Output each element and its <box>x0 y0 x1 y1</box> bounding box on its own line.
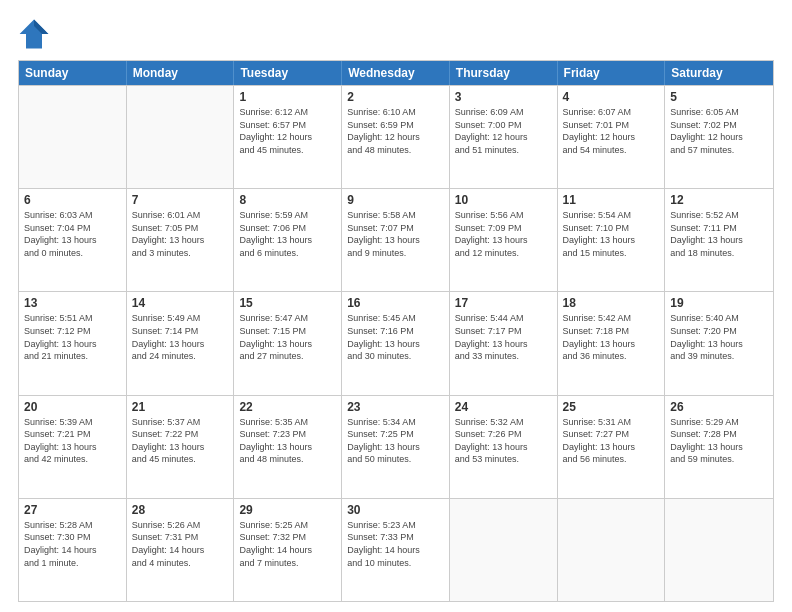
calendar-cell: 22Sunrise: 5:35 AM Sunset: 7:23 PM Dayli… <box>234 396 342 498</box>
calendar-row: 27Sunrise: 5:28 AM Sunset: 7:30 PM Dayli… <box>19 498 773 601</box>
day-detail: Sunrise: 5:29 AM Sunset: 7:28 PM Dayligh… <box>670 416 768 466</box>
day-number: 23 <box>347 400 444 414</box>
calendar-cell: 21Sunrise: 5:37 AM Sunset: 7:22 PM Dayli… <box>127 396 235 498</box>
day-number: 27 <box>24 503 121 517</box>
calendar-cell: 26Sunrise: 5:29 AM Sunset: 7:28 PM Dayli… <box>665 396 773 498</box>
calendar-cell: 4Sunrise: 6:07 AM Sunset: 7:01 PM Daylig… <box>558 86 666 188</box>
day-detail: Sunrise: 5:47 AM Sunset: 7:15 PM Dayligh… <box>239 312 336 362</box>
day-detail: Sunrise: 5:37 AM Sunset: 7:22 PM Dayligh… <box>132 416 229 466</box>
day-detail: Sunrise: 6:09 AM Sunset: 7:00 PM Dayligh… <box>455 106 552 156</box>
day-number: 29 <box>239 503 336 517</box>
calendar-cell <box>19 86 127 188</box>
day-number: 21 <box>132 400 229 414</box>
day-detail: Sunrise: 5:45 AM Sunset: 7:16 PM Dayligh… <box>347 312 444 362</box>
day-detail: Sunrise: 5:40 AM Sunset: 7:20 PM Dayligh… <box>670 312 768 362</box>
day-detail: Sunrise: 5:58 AM Sunset: 7:07 PM Dayligh… <box>347 209 444 259</box>
calendar-header-cell: Tuesday <box>234 61 342 85</box>
calendar-cell: 8Sunrise: 5:59 AM Sunset: 7:06 PM Daylig… <box>234 189 342 291</box>
calendar-cell: 29Sunrise: 5:25 AM Sunset: 7:32 PM Dayli… <box>234 499 342 601</box>
calendar-row: 13Sunrise: 5:51 AM Sunset: 7:12 PM Dayli… <box>19 291 773 394</box>
day-detail: Sunrise: 5:28 AM Sunset: 7:30 PM Dayligh… <box>24 519 121 569</box>
calendar-cell: 10Sunrise: 5:56 AM Sunset: 7:09 PM Dayli… <box>450 189 558 291</box>
day-detail: Sunrise: 5:56 AM Sunset: 7:09 PM Dayligh… <box>455 209 552 259</box>
day-number: 24 <box>455 400 552 414</box>
day-number: 17 <box>455 296 552 310</box>
calendar-header-cell: Wednesday <box>342 61 450 85</box>
day-number: 12 <box>670 193 768 207</box>
day-number: 16 <box>347 296 444 310</box>
calendar-cell: 18Sunrise: 5:42 AM Sunset: 7:18 PM Dayli… <box>558 292 666 394</box>
calendar-cell <box>558 499 666 601</box>
day-detail: Sunrise: 5:34 AM Sunset: 7:25 PM Dayligh… <box>347 416 444 466</box>
day-number: 10 <box>455 193 552 207</box>
calendar-cell <box>665 499 773 601</box>
calendar-cell: 20Sunrise: 5:39 AM Sunset: 7:21 PM Dayli… <box>19 396 127 498</box>
day-detail: Sunrise: 6:12 AM Sunset: 6:57 PM Dayligh… <box>239 106 336 156</box>
day-detail: Sunrise: 5:23 AM Sunset: 7:33 PM Dayligh… <box>347 519 444 569</box>
day-detail: Sunrise: 5:52 AM Sunset: 7:11 PM Dayligh… <box>670 209 768 259</box>
day-detail: Sunrise: 5:25 AM Sunset: 7:32 PM Dayligh… <box>239 519 336 569</box>
calendar-cell <box>127 86 235 188</box>
calendar-cell: 19Sunrise: 5:40 AM Sunset: 7:20 PM Dayli… <box>665 292 773 394</box>
calendar: SundayMondayTuesdayWednesdayThursdayFrid… <box>18 60 774 602</box>
day-detail: Sunrise: 5:59 AM Sunset: 7:06 PM Dayligh… <box>239 209 336 259</box>
calendar-cell: 3Sunrise: 6:09 AM Sunset: 7:00 PM Daylig… <box>450 86 558 188</box>
calendar-cell: 7Sunrise: 6:01 AM Sunset: 7:05 PM Daylig… <box>127 189 235 291</box>
day-detail: Sunrise: 5:42 AM Sunset: 7:18 PM Dayligh… <box>563 312 660 362</box>
logo-icon <box>18 18 50 50</box>
day-number: 6 <box>24 193 121 207</box>
page: SundayMondayTuesdayWednesdayThursdayFrid… <box>0 0 792 612</box>
calendar-cell: 6Sunrise: 6:03 AM Sunset: 7:04 PM Daylig… <box>19 189 127 291</box>
day-number: 19 <box>670 296 768 310</box>
calendar-header-cell: Saturday <box>665 61 773 85</box>
day-detail: Sunrise: 6:03 AM Sunset: 7:04 PM Dayligh… <box>24 209 121 259</box>
header <box>18 18 774 50</box>
day-detail: Sunrise: 5:49 AM Sunset: 7:14 PM Dayligh… <box>132 312 229 362</box>
calendar-cell: 17Sunrise: 5:44 AM Sunset: 7:17 PM Dayli… <box>450 292 558 394</box>
calendar-header-cell: Monday <box>127 61 235 85</box>
day-number: 22 <box>239 400 336 414</box>
calendar-cell: 9Sunrise: 5:58 AM Sunset: 7:07 PM Daylig… <box>342 189 450 291</box>
calendar-cell: 13Sunrise: 5:51 AM Sunset: 7:12 PM Dayli… <box>19 292 127 394</box>
calendar-cell: 15Sunrise: 5:47 AM Sunset: 7:15 PM Dayli… <box>234 292 342 394</box>
day-number: 9 <box>347 193 444 207</box>
day-number: 4 <box>563 90 660 104</box>
day-number: 20 <box>24 400 121 414</box>
day-detail: Sunrise: 6:05 AM Sunset: 7:02 PM Dayligh… <box>670 106 768 156</box>
day-number: 26 <box>670 400 768 414</box>
day-detail: Sunrise: 5:51 AM Sunset: 7:12 PM Dayligh… <box>24 312 121 362</box>
calendar-cell <box>450 499 558 601</box>
calendar-cell: 30Sunrise: 5:23 AM Sunset: 7:33 PM Dayli… <box>342 499 450 601</box>
logo <box>18 18 54 50</box>
calendar-cell: 5Sunrise: 6:05 AM Sunset: 7:02 PM Daylig… <box>665 86 773 188</box>
day-number: 13 <box>24 296 121 310</box>
day-number: 18 <box>563 296 660 310</box>
calendar-cell: 11Sunrise: 5:54 AM Sunset: 7:10 PM Dayli… <box>558 189 666 291</box>
day-number: 2 <box>347 90 444 104</box>
day-detail: Sunrise: 6:01 AM Sunset: 7:05 PM Dayligh… <box>132 209 229 259</box>
day-number: 1 <box>239 90 336 104</box>
day-number: 3 <box>455 90 552 104</box>
day-number: 30 <box>347 503 444 517</box>
calendar-cell: 24Sunrise: 5:32 AM Sunset: 7:26 PM Dayli… <box>450 396 558 498</box>
day-detail: Sunrise: 5:54 AM Sunset: 7:10 PM Dayligh… <box>563 209 660 259</box>
day-detail: Sunrise: 5:31 AM Sunset: 7:27 PM Dayligh… <box>563 416 660 466</box>
day-detail: Sunrise: 5:32 AM Sunset: 7:26 PM Dayligh… <box>455 416 552 466</box>
day-detail: Sunrise: 6:07 AM Sunset: 7:01 PM Dayligh… <box>563 106 660 156</box>
calendar-cell: 1Sunrise: 6:12 AM Sunset: 6:57 PM Daylig… <box>234 86 342 188</box>
calendar-body: 1Sunrise: 6:12 AM Sunset: 6:57 PM Daylig… <box>19 85 773 601</box>
day-number: 25 <box>563 400 660 414</box>
calendar-header-cell: Thursday <box>450 61 558 85</box>
calendar-cell: 28Sunrise: 5:26 AM Sunset: 7:31 PM Dayli… <box>127 499 235 601</box>
calendar-cell: 2Sunrise: 6:10 AM Sunset: 6:59 PM Daylig… <box>342 86 450 188</box>
calendar-header-cell: Friday <box>558 61 666 85</box>
calendar-cell: 27Sunrise: 5:28 AM Sunset: 7:30 PM Dayli… <box>19 499 127 601</box>
day-detail: Sunrise: 5:44 AM Sunset: 7:17 PM Dayligh… <box>455 312 552 362</box>
calendar-header: SundayMondayTuesdayWednesdayThursdayFrid… <box>19 61 773 85</box>
day-number: 8 <box>239 193 336 207</box>
day-detail: Sunrise: 5:26 AM Sunset: 7:31 PM Dayligh… <box>132 519 229 569</box>
calendar-header-cell: Sunday <box>19 61 127 85</box>
calendar-cell: 25Sunrise: 5:31 AM Sunset: 7:27 PM Dayli… <box>558 396 666 498</box>
calendar-row: 1Sunrise: 6:12 AM Sunset: 6:57 PM Daylig… <box>19 85 773 188</box>
day-number: 28 <box>132 503 229 517</box>
